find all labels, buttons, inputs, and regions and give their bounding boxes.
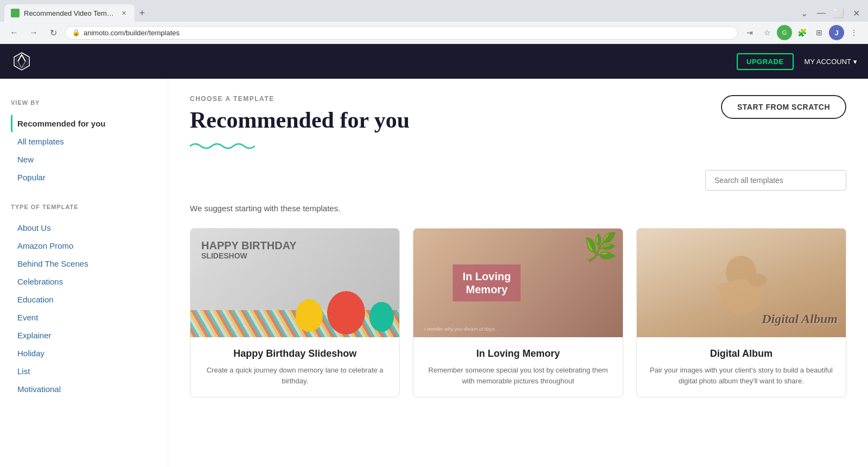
sidebar-item-label: Education (17, 295, 54, 304)
sidebar-item-behind-scenes[interactable]: Behind The Scenes (11, 255, 157, 273)
sidebar-item-amazon-promo[interactable]: Amazon Promo (11, 237, 157, 255)
main-layout: VIEW BY Recommended for you All template… (0, 79, 868, 467)
card-title-memory: In Loving Memory (424, 348, 611, 359)
sidebar-item-motivational[interactable]: Motivational (11, 380, 157, 398)
card-image-birthday: HAPPY BIRTHDAY SLIDESHOW (190, 229, 399, 337)
sidebar-item-all[interactable]: All templates (11, 132, 157, 150)
sidebar-item-label: Event (17, 313, 38, 322)
sidebar-item-explainer[interactable]: Explainer (11, 326, 157, 344)
sidebar-item-label: Amazon Promo (17, 241, 73, 250)
birthday-overlay-text: HAPPY BIRTHDAY SLIDESHOW (201, 239, 297, 260)
template-card-birthday[interactable]: HAPPY BIRTHDAY SLIDESHOW Happy Birthday … (190, 228, 400, 397)
minimize-button[interactable]: — (814, 5, 829, 21)
flowers-decoration: 🌿 (584, 231, 617, 263)
content-header-row: CHOOSE A TEMPLATE Recommended for you ST… (190, 95, 846, 166)
new-tab-button[interactable]: + (135, 5, 150, 21)
cast-icon[interactable]: ⇥ (742, 25, 757, 40)
handwriting-text: I wonder why you dream of days... (424, 326, 499, 332)
memory-label: In LovingMemory (453, 264, 521, 301)
wave-decoration (190, 140, 410, 155)
url-text: animoto.com/builder/templates (84, 29, 180, 37)
window-controls: ⌄ — ⬜ ✕ (796, 5, 864, 21)
tab-bar: Recommended Video Templates ✕ + ⌄ — ⬜ ✕ (0, 0, 868, 22)
browser-chrome: Recommended Video Templates ✕ + ⌄ — ⬜ ✕ … (0, 0, 868, 44)
close-tab-icon[interactable]: ✕ (119, 9, 128, 17)
search-input[interactable] (705, 170, 846, 191)
tab-favicon (11, 9, 20, 17)
card-image-album: Digital Album (637, 229, 846, 337)
sidebar-item-label: New (17, 155, 34, 164)
bookmark-icon[interactable]: ☆ (760, 25, 775, 40)
active-tab[interactable]: Recommended Video Templates ✕ (4, 4, 135, 22)
choose-label: CHOOSE A TEMPLATE (190, 95, 410, 103)
template-card-album[interactable]: Digital Album Digital Album Pair your im… (636, 228, 846, 397)
album-title-text: Digital Album (762, 312, 838, 326)
menu-icon[interactable]: ⋮ (846, 25, 861, 40)
sidebar-item-event[interactable]: Event (11, 308, 157, 326)
type-label: TYPE OF TEMPLATE (11, 204, 157, 210)
refresh-button[interactable]: ↻ (46, 25, 61, 40)
balloon-group (296, 291, 394, 332)
app-header: UPGRADE MY ACCOUNT ▾ (0, 44, 868, 79)
extensions-icon[interactable]: 🧩 (794, 25, 809, 40)
sidebar-item-holiday[interactable]: Holiday (11, 344, 157, 362)
sidebar-toggle-icon[interactable]: ⊞ (812, 25, 827, 40)
search-row (190, 170, 846, 191)
my-account-menu[interactable]: MY ACCOUNT ▾ (805, 58, 857, 66)
card-body-album: Digital Album Pair your images with your… (637, 337, 846, 397)
sidebar-item-recommended[interactable]: Recommended for you (11, 115, 157, 132)
address-bar: ← → ↻ 🔒 animoto.com/builder/templates ⇥ … (0, 22, 868, 43)
card-desc-birthday: Create a quick journey down memory lane … (201, 365, 388, 386)
card-image-memory: In LovingMemory 🌿 I wonder why you dream… (413, 229, 622, 337)
content-area: CHOOSE A TEMPLATE Recommended for you ST… (168, 79, 868, 467)
svg-point-3 (717, 283, 732, 294)
app-logo[interactable] (11, 51, 33, 72)
maximize-button[interactable]: ⬜ (831, 5, 846, 21)
suggest-text: We suggest starting with these templates… (190, 204, 846, 213)
card-desc-memory: Remember someone special you lost by cel… (424, 365, 611, 386)
my-account-label: MY ACCOUNT (805, 58, 851, 66)
card-title-birthday: Happy Birthday Slideshow (201, 348, 388, 359)
extension-icon[interactable]: G (777, 25, 792, 40)
card-body-memory: In Loving Memory Remember someone specia… (413, 337, 622, 397)
sidebar-item-popular[interactable]: Popular (11, 168, 157, 186)
sidebar-item-label: Recommended for you (17, 119, 106, 128)
card-title-album: Digital Album (648, 348, 835, 359)
tab-title: Recommended Video Templates (24, 9, 115, 17)
sidebar-item-list[interactable]: List (11, 362, 157, 380)
url-bar[interactable]: 🔒 animoto.com/builder/templates (65, 26, 738, 40)
sidebar-item-education[interactable]: Education (11, 291, 157, 308)
close-window-button[interactable]: ✕ (848, 5, 864, 21)
lock-icon: 🔒 (72, 29, 80, 36)
card-desc-album: Pair your images with your client's stor… (648, 365, 835, 386)
sidebar-item-label: List (17, 367, 30, 376)
sidebar: VIEW BY Recommended for you All template… (0, 79, 168, 467)
sidebar-item-label: Celebrations (17, 277, 63, 286)
view-by-label: VIEW BY (11, 99, 157, 106)
address-actions: ⇥ ☆ G 🧩 ⊞ J ⋮ (742, 25, 861, 40)
sidebar-item-label: Popular (17, 173, 46, 182)
sidebar-item-label: Explainer (17, 331, 52, 340)
sidebar-item-label: Motivational (17, 384, 61, 394)
start-from-scratch-button[interactable]: START FROM SCRATCH (721, 95, 846, 119)
templates-grid: HAPPY BIRTHDAY SLIDESHOW Happy Birthday … (190, 228, 846, 397)
upgrade-button[interactable]: UPGRADE (737, 53, 794, 70)
sidebar-item-celebrations[interactable]: Celebrations (11, 273, 157, 291)
sidebar-item-label: All templates (17, 137, 64, 146)
sidebar-item-new[interactable]: New (11, 150, 157, 168)
svg-point-2 (748, 274, 767, 287)
sidebar-item-about-us[interactable]: About Us (11, 219, 157, 237)
dropdown-icon[interactable]: ⌄ (796, 5, 812, 21)
forward-button[interactable]: → (26, 25, 41, 40)
profile-avatar[interactable]: J (829, 25, 844, 40)
template-card-memory[interactable]: In LovingMemory 🌿 I wonder why you dream… (413, 228, 623, 397)
page-title: Recommended for you (190, 107, 410, 133)
back-button[interactable]: ← (7, 25, 22, 40)
card-body-birthday: Happy Birthday Slideshow Create a quick … (190, 337, 399, 397)
sidebar-item-label: Holiday (17, 349, 44, 358)
sidebar-item-label: Behind The Scenes (17, 259, 88, 268)
chevron-down-icon: ▾ (853, 58, 857, 66)
sidebar-item-label: About Us (17, 223, 51, 232)
